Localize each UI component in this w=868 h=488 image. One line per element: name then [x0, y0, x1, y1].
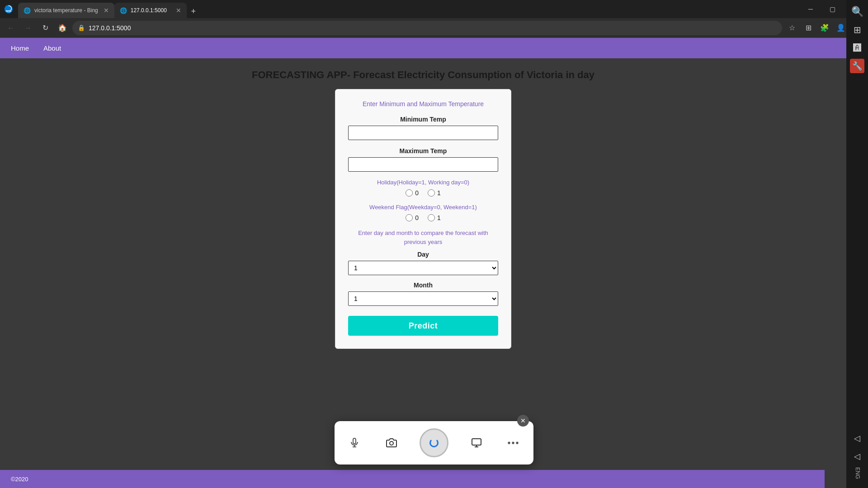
day-label: Day: [348, 251, 498, 258]
media-toolbar: ✕: [335, 421, 533, 465]
svg-point-4: [390, 441, 393, 445]
lang-indicator: ENG: [854, 467, 861, 479]
tab-bing-close[interactable]: ✕: [104, 7, 109, 14]
camera-button[interactable]: [382, 434, 401, 452]
grid-sidebar-icon[interactable]: ⊞: [850, 23, 864, 37]
nav-home-link[interactable]: Home: [11, 44, 29, 52]
record-button[interactable]: [420, 428, 448, 457]
month-label: Month: [348, 282, 498, 289]
holiday-radio-group: 0 1: [348, 189, 498, 197]
expand-sidebar-button[interactable]: ◁: [850, 431, 864, 446]
tab-bing[interactable]: 🌐 victoria temperature - Bing ✕: [18, 3, 114, 18]
extensions-button[interactable]: 🧩: [817, 21, 832, 35]
page-background: Home About FORECASTING APP- Forecast Ele…: [0, 38, 846, 376]
holiday-option-0[interactable]: 0: [406, 189, 419, 197]
browser-chrome: 🌐 victoria temperature - Bing ✕ 🌐 127.0.…: [0, 0, 868, 38]
day-group: Day 1 2 3 4 5 6 7 8 9 10 11 12 13 14 15: [348, 251, 498, 275]
max-temp-label: Maximum Temp: [348, 147, 498, 155]
weekend-option-0[interactable]: 0: [406, 214, 419, 221]
tab-bar: 🌐 victoria temperature - Bing ✕ 🌐 127.0.…: [18, 0, 798, 18]
screen-share-button[interactable]: [467, 434, 486, 452]
media-toolbar-close-button[interactable]: ✕: [517, 415, 529, 427]
weekend-option-1-label: 1: [437, 214, 441, 221]
windows-sidebar: 🔍 ⊞ 🅰 🔧 ◁ ◁ ENG: [846, 0, 868, 488]
page-content: Home About FORECASTING APP- Forecast Ele…: [0, 38, 846, 488]
lock-icon: 🔒: [78, 24, 85, 31]
browser-titlebar: 🌐 victoria temperature - Bing ✕ 🌐 127.0.…: [0, 0, 868, 18]
min-temp-group: Minimum Temp: [348, 116, 498, 140]
form-card: Enter Minimum and Maximum Temperature Mi…: [335, 89, 511, 349]
month-group: Month 1 2 3 4 5 6 7 8 9 10 11 12: [348, 282, 498, 306]
day-month-subtitle: Enter day and month to compare the forec…: [348, 229, 498, 246]
holiday-radio-0[interactable]: [406, 189, 413, 197]
media-close-icon: ✕: [520, 417, 526, 424]
holiday-option-0-label: 0: [415, 189, 419, 197]
svg-rect-5: [472, 439, 481, 445]
tab-bing-label: victoria temperature - Bing: [34, 7, 98, 14]
form-subtitle: Enter Minimum and Maximum Temperature: [348, 100, 498, 108]
microphone-button[interactable]: [345, 434, 363, 452]
max-temp-input[interactable]: [348, 157, 498, 172]
translate-sidebar-icon[interactable]: 🅰: [850, 41, 864, 55]
screen-share-icon: [467, 434, 486, 452]
weekend-radio-1[interactable]: [428, 214, 435, 221]
maximize-button[interactable]: ▢: [822, 2, 843, 16]
weekend-radio-group: 0 1: [348, 214, 498, 221]
max-temp-group: Maximum Temp: [348, 147, 498, 172]
new-tab-button[interactable]: +: [187, 5, 200, 18]
holiday-option-1[interactable]: 1: [428, 189, 441, 197]
min-temp-label: Minimum Temp: [348, 116, 498, 123]
holiday-radio-1[interactable]: [428, 189, 435, 197]
collapse-sidebar-button[interactable]: ◁: [850, 449, 864, 464]
search-sidebar-icon[interactable]: 🔍: [850, 5, 864, 19]
forward-button[interactable]: →: [21, 21, 35, 35]
weekend-option-1[interactable]: 1: [428, 214, 441, 221]
tab-app-label: 127.0.0.1:5000: [131, 7, 170, 14]
app-footer: ©2020: [0, 470, 825, 488]
refresh-button[interactable]: ↻: [38, 21, 52, 35]
weekend-radio-0[interactable]: [406, 214, 413, 221]
min-temp-input[interactable]: [348, 126, 498, 140]
tab-bing-favicon: 🌐: [24, 7, 31, 14]
tab-app-favicon: 🌐: [120, 7, 127, 14]
camera-icon: [382, 434, 401, 452]
address-bar-container[interactable]: 🔒: [72, 21, 782, 35]
holiday-option-1-label: 1: [437, 189, 441, 197]
footer-copyright: ©2020: [11, 476, 28, 483]
tab-app[interactable]: 🌐 127.0.0.1:5000 ✕: [114, 3, 187, 18]
browser-toolbar: ← → ↻ 🏠 🔒 ☆ ⊞ 🧩 👤 ⋯: [0, 18, 868, 38]
month-select[interactable]: 1 2 3 4 5 6 7 8 9 10 11 12: [348, 291, 498, 306]
dev-tools-sidebar-icon[interactable]: 🔧: [850, 59, 864, 73]
predict-button[interactable]: Predict: [348, 316, 498, 336]
back-button[interactable]: ←: [4, 21, 18, 35]
more-options-button[interactable]: •••: [505, 434, 523, 452]
more-options-icon: •••: [505, 434, 523, 452]
weekend-option-0-label: 0: [415, 214, 419, 221]
nav-about-link[interactable]: About: [43, 44, 61, 52]
address-input[interactable]: [89, 24, 777, 32]
holiday-label: Holiday(Holiday=1, Working day=0): [348, 179, 498, 186]
day-select[interactable]: 1 2 3 4 5 6 7 8 9 10 11 12 13 14 15 16 1: [348, 261, 498, 275]
page-title: FORECASTING APP- Forecast Electricity Co…: [0, 58, 846, 89]
microphone-icon: [345, 434, 363, 452]
weekend-label: Weekend Flag(Weekday=0, Weekend=1): [348, 204, 498, 211]
home-button[interactable]: 🏠: [55, 21, 70, 35]
record-spinner: [429, 438, 439, 447]
collections-button[interactable]: ⊞: [801, 21, 816, 35]
weekend-group: Weekend Flag(Weekday=0, Weekend=1) 0 1: [348, 204, 498, 221]
svg-rect-1: [353, 438, 356, 444]
favorites-button[interactable]: ☆: [785, 21, 799, 35]
edge-logo-icon: [4, 4, 14, 14]
tab-app-close[interactable]: ✕: [176, 7, 181, 14]
minimize-button[interactable]: ─: [800, 2, 821, 16]
app-navbar: Home About: [0, 38, 846, 58]
holiday-group: Holiday(Holiday=1, Working day=0) 0 1: [348, 179, 498, 197]
